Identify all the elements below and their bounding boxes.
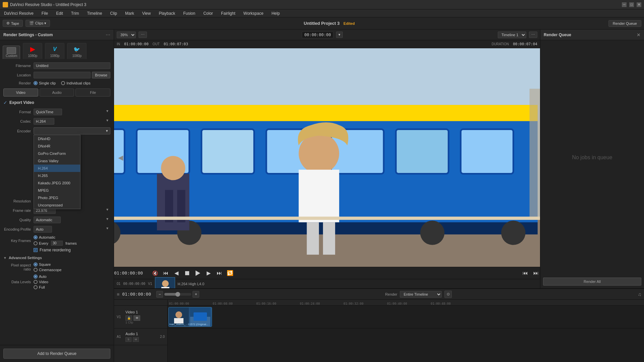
menu-clip[interactable]: Clip	[109, 10, 118, 16]
menu-fairlight[interactable]: Fairlight	[220, 10, 237, 16]
minimize-button[interactable]: ─	[622, 2, 627, 7]
zoom-slider[interactable]	[164, 293, 191, 296]
keyframe-every-input[interactable]	[51, 241, 63, 246]
tab-vimeo[interactable]: V 1080p	[45, 43, 64, 59]
browse-button[interactable]: Browse	[92, 72, 110, 78]
a1-mute-btn[interactable]: M	[133, 337, 139, 342]
menu-color[interactable]: Color	[202, 10, 214, 16]
every-keyframe-radio[interactable]: Every frames	[34, 241, 77, 246]
svg-rect-4	[114, 129, 124, 174]
encoding-profile-select[interactable]: Auto	[34, 226, 52, 233]
close-button[interactable]: ✕	[637, 2, 641, 7]
ruler-marks: 01:00:00:00 01:00:08:00 01:00:16:00 01:0…	[168, 300, 644, 305]
video-data-radio[interactable]: Video	[34, 280, 48, 284]
cinemascope-dot	[34, 268, 38, 272]
render-range-select[interactable]: Entire Timeline	[400, 291, 442, 298]
menu-help[interactable]: Help	[270, 10, 281, 16]
timeline-settings-btn[interactable]: ⚙	[444, 291, 452, 298]
main-toolbar: ⚙ Tape 🎬 Clips ▾ Untitled Project 3 Edit…	[0, 17, 644, 29]
stop-button[interactable]	[183, 269, 191, 277]
menu-trim[interactable]: Trim	[70, 10, 80, 16]
encoder-dropdown[interactable]: DNxHD DNxHR GoPro CineForm Grass Valley …	[34, 135, 80, 209]
encoder-option-mpeg[interactable]: MPEG	[34, 187, 80, 194]
encoder-option-photojpeg[interactable]: Photo JPEG	[34, 194, 80, 201]
timecode-options-btn[interactable]: ▾	[336, 32, 343, 38]
tab-custom[interactable]: Custom	[3, 46, 20, 59]
timeline-select[interactable]: Timeline 1	[498, 32, 526, 38]
menu-fusion[interactable]: Fusion	[182, 10, 197, 16]
previous-clip-button[interactable]: ⏮	[521, 269, 529, 277]
zoom-out-button[interactable]: −	[156, 291, 163, 298]
step-back-button[interactable]: ◀	[172, 269, 180, 277]
audio-waveform-btn[interactable]: ♫	[638, 292, 642, 297]
add-to-render-queue-button[interactable]: Add to Render Queue	[3, 349, 110, 359]
menu-mark[interactable]: Mark	[124, 10, 136, 16]
zoom-slider-thumb[interactable]	[175, 292, 180, 297]
menu-edit[interactable]: Edit	[55, 10, 64, 16]
mute-button[interactable]: 🔇	[151, 269, 159, 277]
video-track-v1: train_station_...11572 (Original...	[168, 306, 644, 328]
panel-title: Render Settings - Custom	[3, 33, 53, 37]
maximize-button[interactable]: □	[629, 2, 634, 7]
render-queue-close-button[interactable]: ✕	[637, 32, 641, 38]
cinemascope-radio[interactable]: Cinemascope	[34, 268, 61, 272]
individual-clips-radio[interactable]: Individual clips	[61, 81, 91, 85]
encoder-option-dnxhr[interactable]: DNxHR	[34, 142, 80, 150]
panel-menu-button[interactable]: ⋯	[106, 32, 110, 38]
menu-davinci[interactable]: DaVinci Resolve	[3, 10, 35, 16]
automatic-keyframe-radio[interactable]: Automatic	[34, 235, 77, 239]
video-tab[interactable]: Video	[3, 88, 38, 97]
menu-view[interactable]: View	[141, 10, 152, 16]
single-clip-radio[interactable]: Single clip	[34, 81, 56, 85]
square-radio[interactable]: Square	[34, 262, 61, 266]
preview-image	[114, 48, 540, 267]
quality-select[interactable]: Automatic	[34, 217, 61, 223]
file-tab[interactable]: File	[75, 88, 110, 97]
tab-youtube[interactable]: ▶ 1080p	[23, 43, 42, 59]
zoom-select[interactable]: 39%	[117, 32, 136, 38]
toolbar-settings-btn[interactable]: ⚙ Tape	[3, 20, 23, 27]
tab-twitter[interactable]: 🐦 1080p	[67, 43, 87, 59]
encoder-option-h264[interactable]: H.264	[34, 165, 80, 172]
full-data-radio[interactable]: Full	[34, 285, 48, 289]
menu-workspace[interactable]: Workspace	[242, 10, 265, 16]
timeline-options-btn[interactable]: ⋯	[529, 32, 537, 38]
zoom-in-button[interactable]: +	[193, 291, 199, 298]
render-label-sm: Render	[385, 292, 397, 296]
menu-file[interactable]: File	[40, 10, 49, 16]
codec-select[interactable]: H.264	[34, 118, 54, 125]
timeline-menu-icon[interactable]: ≡	[117, 292, 119, 297]
encoder-option-dnxhd[interactable]: DNxHD	[34, 135, 80, 142]
encoder-option-gopro[interactable]: GoPro CineForm	[34, 150, 80, 157]
keyframes-row: Key Frames Automatic Every frames	[3, 235, 110, 246]
menu-playback[interactable]: Playback	[157, 10, 176, 16]
auto-data-radio[interactable]: Auto	[34, 275, 48, 279]
loop-button[interactable]: 🔁	[226, 269, 234, 277]
encoder-option-uncompressed[interactable]: Uncompressed	[34, 201, 80, 209]
a1-solo-btn[interactable]: S	[125, 337, 131, 342]
video-clip-block[interactable]: train_station_...11572 (Original...	[168, 307, 212, 327]
preview-options-btn[interactable]: ⋯	[139, 32, 147, 38]
play-button[interactable]	[194, 269, 202, 277]
encoder-option-h265[interactable]: H.265	[34, 172, 80, 179]
location-input[interactable]	[34, 72, 91, 78]
toolbar-clips-btn[interactable]: 🎬 Clips ▾	[25, 20, 50, 27]
filename-input[interactable]	[34, 62, 110, 69]
render-all-button[interactable]: Render All	[543, 278, 641, 286]
encoder-option-grassvalley[interactable]: Grass Valley	[34, 157, 80, 165]
audio-tab[interactable]: Audio	[40, 88, 74, 97]
svg-point-32	[175, 311, 182, 318]
frame-reorder-label: Frame reordering	[40, 248, 71, 252]
format-select[interactable]: QuickTime	[34, 109, 62, 115]
encoder-option-kakadu[interactable]: Kakadu JPEG 2000	[34, 179, 80, 187]
advanced-settings-header[interactable]: ▼ Advanced Settings	[3, 256, 110, 260]
jump-start-button[interactable]: ⏮	[162, 269, 170, 277]
frame-reorder-checkbox[interactable]: ✓	[34, 248, 38, 252]
step-forward-button[interactable]: ▶	[205, 269, 213, 277]
v1-eye-btn[interactable]: 👁	[133, 315, 140, 321]
render-queue-header-btn[interactable]: Render Queue	[608, 20, 641, 27]
menu-timeline[interactable]: Timeline	[86, 10, 103, 16]
jump-end-button[interactable]: ⏭	[215, 269, 223, 277]
v1-lock-btn[interactable]: 🔒	[125, 315, 132, 321]
next-clip-button[interactable]: ⏭	[532, 269, 540, 277]
